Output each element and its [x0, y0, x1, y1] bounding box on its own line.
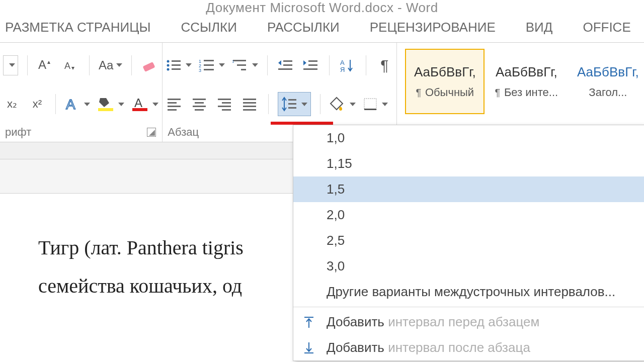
multilevel-list-button[interactable]: 1 [232, 53, 258, 77]
svg-text:1: 1 [232, 59, 234, 64]
align-right-button[interactable] [216, 92, 234, 116]
font-name-dropdown[interactable] [3, 55, 18, 75]
line-spacing-icon [281, 97, 298, 112]
tab-review[interactable]: РЕЦЕНЗИРОВАНИЕ [370, 20, 496, 35]
spacing-option-2-5[interactable]: 2,5 [293, 228, 644, 253]
decrease-indent-button[interactable] [277, 53, 295, 77]
tab-office[interactable]: OFFICE [583, 20, 630, 35]
spacing-option-1-15[interactable]: 1,15 [293, 151, 644, 176]
svg-point-11 [167, 64, 170, 66]
menu-separator [293, 307, 644, 307]
sort-button[interactable]: AЯ [339, 53, 357, 77]
style-normal[interactable]: АаБбВвГг, ¶ Обычный [405, 49, 485, 114]
svg-rect-25 [283, 60, 292, 62]
increase-indent-icon [302, 58, 319, 73]
grow-font-button[interactable]: A▴ [37, 53, 55, 77]
svg-text:A: A [66, 97, 75, 112]
grow-font-icon: A▴ [38, 58, 53, 73]
svg-text:A: A [38, 58, 46, 71]
add-space-before[interactable]: Добавить интервал перед абзацем [293, 309, 644, 335]
svg-text:A: A [134, 96, 142, 110]
style-sample: АаБбВвГг, [496, 64, 557, 80]
increase-indent-button[interactable] [302, 53, 320, 77]
borders-button[interactable] [363, 92, 388, 116]
tab-references[interactable]: ССЫЛКИ [181, 20, 236, 35]
pilcrow-icon: ¶ [380, 57, 388, 74]
svg-point-13 [167, 68, 170, 70]
svg-rect-41 [218, 99, 231, 100]
spacing-option-1-0[interactable]: 1,0 [293, 125, 644, 151]
align-center-icon [192, 97, 208, 111]
style-name: Загол... [589, 86, 627, 99]
align-left-button[interactable] [166, 92, 184, 116]
font-dialog-launcher[interactable] [147, 128, 156, 137]
svg-rect-14 [172, 68, 181, 70]
space-after-icon [300, 341, 317, 354]
clear-formatting-button[interactable] [141, 53, 159, 77]
svg-rect-21 [233, 60, 246, 61]
paragraph-group-label: Абзац [168, 126, 199, 139]
align-center-button[interactable] [191, 92, 209, 116]
svg-point-9 [167, 60, 170, 62]
justify-icon [242, 97, 258, 111]
shrink-font-button[interactable]: A▾ [62, 53, 80, 77]
svg-text:A: A [340, 59, 345, 66]
highlight-button[interactable] [97, 92, 124, 116]
svg-rect-42 [222, 102, 231, 104]
svg-rect-46 [243, 102, 256, 104]
highlight-icon [97, 96, 115, 112]
svg-text:▴: ▴ [47, 58, 50, 65]
style-no-spacing[interactable]: АаБбВвГг, ¶ Без инте... [487, 49, 566, 114]
style-name: ¶ Обычный [416, 86, 474, 99]
shrink-font-icon: A▾ [63, 58, 78, 73]
svg-rect-47 [243, 106, 256, 107]
svg-rect-50 [288, 103, 296, 105]
font-color-button[interactable]: A [131, 92, 158, 116]
style-sample: АаБбВвГг, [414, 64, 476, 80]
spacing-options-more[interactable]: Другие варианты междустрочных интервалов… [293, 279, 644, 305]
svg-rect-44 [222, 109, 231, 111]
svg-rect-4 [143, 62, 155, 72]
spacing-option-2-0[interactable]: 2,0 [293, 202, 644, 228]
tab-page-layout[interactable]: РАЗМЕТКА СТРАНИЦЫ [5, 20, 150, 35]
svg-rect-55 [304, 352, 313, 353]
space-before-icon [300, 316, 317, 329]
svg-rect-27 [278, 68, 292, 70]
svg-rect-10 [172, 60, 181, 62]
line-spacing-button[interactable] [278, 92, 311, 116]
font-color-icon: A [131, 96, 149, 112]
numbering-icon: 123 [199, 58, 216, 73]
svg-rect-20 [204, 69, 214, 70]
svg-rect-23 [241, 69, 246, 70]
bullets-icon [166, 58, 183, 73]
svg-rect-49 [288, 99, 296, 101]
svg-rect-6 [98, 108, 113, 111]
font-group-label: рифт [5, 126, 31, 139]
shading-icon [330, 97, 347, 112]
bullets-button[interactable] [166, 53, 192, 77]
svg-text:Я: Я [340, 66, 345, 73]
shading-button[interactable] [330, 92, 356, 116]
align-right-icon [217, 97, 233, 111]
subscript-button[interactable]: x₂ [3, 92, 21, 116]
svg-rect-48 [243, 109, 256, 111]
style-heading[interactable]: АаБбВвГг, Загол... [568, 49, 644, 114]
svg-rect-29 [308, 64, 317, 66]
justify-button[interactable] [241, 92, 259, 116]
tab-mailings[interactable]: РАССЫЛКИ [267, 20, 340, 35]
superscript-button[interactable]: x² [28, 92, 46, 116]
change-case-button[interactable]: Aa [99, 53, 122, 77]
numbering-button[interactable]: 123 [199, 53, 225, 77]
svg-rect-18 [204, 64, 214, 66]
text-effects-button[interactable]: A [65, 92, 90, 116]
spacing-option-3-0[interactable]: 3,0 [293, 253, 644, 279]
tab-view[interactable]: ВИД [526, 20, 553, 35]
svg-rect-12 [172, 64, 181, 66]
spacing-option-1-5[interactable]: 1,5 [293, 176, 644, 202]
align-left-icon [167, 97, 183, 111]
add-space-after[interactable]: Добавить интервал после абзаца [293, 335, 644, 360]
svg-rect-39 [193, 106, 206, 107]
style-sample: АаБбВвГг, [577, 64, 639, 80]
show-marks-button[interactable]: ¶ [375, 53, 393, 77]
svg-rect-38 [195, 102, 204, 104]
